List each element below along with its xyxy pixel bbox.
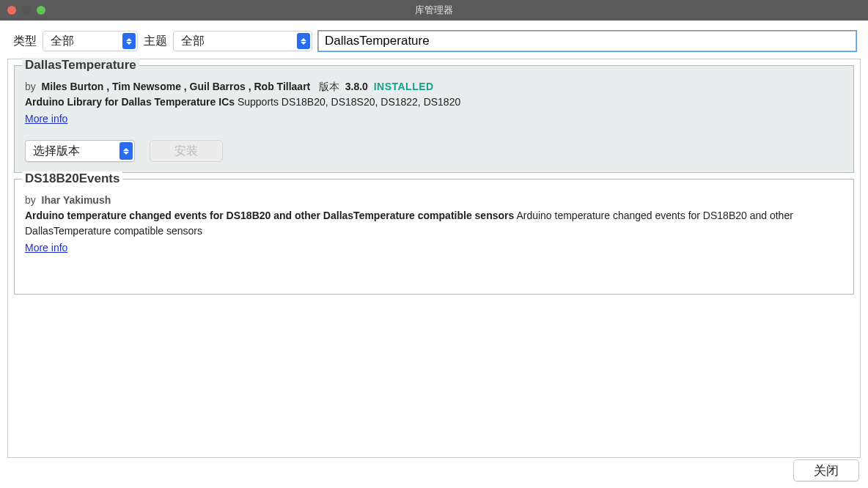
library-authors: Ihar Yakimush [42,194,111,206]
version-select[interactable]: 选择版本 [25,140,135,162]
chevron-updown-icon [122,33,136,49]
topic-label: 主题 [144,34,167,49]
more-info-link[interactable]: More info [25,240,67,256]
traffic-lights [7,6,45,15]
library-desc-rest: Supports DS18B20, DS18S20, DS1822, DS182… [235,96,460,108]
library-version: 3.8.0 [345,81,368,92]
version-label: 版本 [319,81,339,92]
type-select[interactable]: 全部 [43,31,138,51]
type-label: 类型 [13,34,37,49]
library-name: DS18B20Events [22,171,122,186]
titlebar: 库管理器 [0,0,868,21]
library-actions: 选择版本 安装 [25,140,843,162]
footer: 关闭 [793,459,859,481]
window-title: 库管理器 [415,4,453,17]
close-window-icon[interactable] [7,6,16,15]
results-list: DallasTemperature by Miles Burton , Tim … [7,59,861,458]
by-prefix: by [25,194,36,206]
chevron-updown-icon [297,33,310,49]
filter-row: 类型 全部 主题 全部 [0,21,868,59]
by-prefix: by [25,81,36,92]
library-card-ds18b20events[interactable]: DS18B20Events by Ihar Yakimush Arduino t… [14,179,854,295]
library-desc-title: Arduino Library for Dallas Temperature I… [25,96,235,108]
search-input[interactable] [318,31,856,51]
topic-select[interactable]: 全部 [173,31,312,51]
library-desc-title: Arduino temperature changed events for D… [25,210,514,221]
installed-badge: INSTALLED [374,81,434,92]
chevron-updown-icon [119,142,133,160]
library-body: by Miles Burton , Tim Newsome , Guil Bar… [25,79,843,162]
library-name: DallasTemperature [22,58,139,73]
version-select-value: 选择版本 [33,142,80,160]
maximize-window-icon[interactable] [37,6,45,15]
minimize-window-icon [22,6,31,15]
install-button: 安装 [150,140,223,162]
topic-select-value: 全部 [181,34,205,49]
library-body: by Ihar Yakimush Arduino temperature cha… [25,193,843,256]
type-select-value: 全部 [51,34,74,49]
library-card-dallastemperature[interactable]: DallasTemperature by Miles Burton , Tim … [14,65,854,173]
library-authors: Miles Burton , Tim Newsome , Guil Barros… [42,81,311,92]
more-info-link[interactable]: More info [25,111,67,127]
close-button[interactable]: 关闭 [793,459,859,481]
